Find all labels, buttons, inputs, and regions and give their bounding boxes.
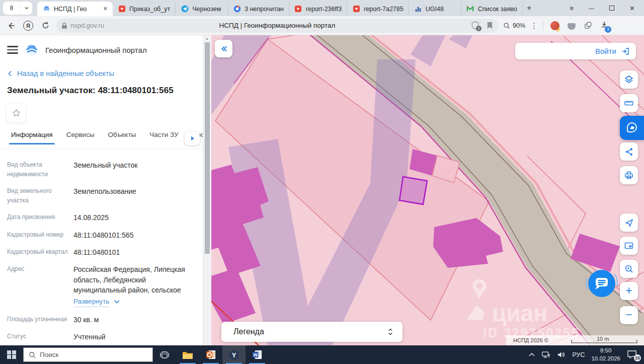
tab-parts[interactable]: Части ЗУ: [149, 131, 178, 144]
main-content: Геоинформационный портал Назад в найденн…: [0, 35, 644, 345]
bookmark-icon[interactable]: [487, 22, 493, 29]
tab-counter-button[interactable]: 8: [3, 2, 20, 15]
selected-parcel[interactable]: [399, 177, 427, 204]
tab-label: UGI48: [426, 6, 456, 13]
collapse-panel-button[interactable]: [215, 40, 232, 57]
layers-button[interactable]: [620, 70, 638, 89]
tray-expand-icon[interactable]: [529, 352, 535, 357]
yandex-browser-button[interactable]: Y: [222, 345, 246, 364]
back-to-results-link[interactable]: Назад в найденные объекты: [7, 69, 203, 78]
toolbar-divider: [543, 21, 543, 30]
minimap-button[interactable]: [620, 237, 638, 255]
extension-adguard-icon[interactable]: [550, 21, 559, 30]
star-icon: [12, 108, 21, 118]
tabs-dropdown-button[interactable]: [20, 2, 32, 15]
expand-address-link[interactable]: Развернуть: [73, 297, 110, 307]
browser-tab-mail[interactable]: 3 непрочитан: [228, 2, 289, 16]
portal-header: Геоинформационный портал: [0, 35, 203, 56]
reload-icon[interactable]: [39, 20, 51, 32]
zoom-control[interactable]: 90%: [503, 22, 525, 29]
map-canvas[interactable]: циан ID 329750255 НСПД 2026 © 10 m: [211, 35, 644, 345]
gmail-icon: [466, 5, 474, 13]
file-explorer-button[interactable]: [176, 345, 199, 364]
action-center-button[interactable]: 15: [627, 350, 639, 360]
field-row: Вид земельного участка Землепользование: [7, 186, 198, 205]
folder-icon: [182, 350, 193, 359]
browser-menu-icon[interactable]: ≡: [570, 5, 574, 12]
browser-tab-nspd[interactable]: НСПД | Гео ✕: [37, 2, 113, 16]
browser-tab-telegram[interactable]: Чернозем: [176, 2, 228, 16]
task-view-button[interactable]: [153, 345, 176, 364]
measure-button[interactable]: [620, 94, 638, 112]
tab-close-icon[interactable]: ✕: [102, 6, 108, 12]
app-title: Геоинформационный портал: [45, 46, 147, 54]
system-tray: РУС 8:50 10.02.2026 15: [529, 345, 644, 364]
extensions-row: 3: [550, 21, 608, 31]
search-icon: [29, 351, 36, 358]
more-menu-icon[interactable]: ⋮: [530, 21, 538, 30]
chart-icon: [414, 5, 422, 13]
panel-scrollbar[interactable]: ▲: [203, 35, 211, 345]
tab-objects[interactable]: Объекты: [108, 131, 136, 144]
address-bar[interactable]: nspd.gov.ru НСПД | Геоинформационный пор…: [56, 19, 498, 33]
zoom-in-button[interactable]: +: [620, 282, 638, 300]
browser-tab-pdf3[interactable]: report-7a2785: [347, 2, 409, 16]
minimize-icon[interactable]: —: [589, 5, 594, 11]
tab-information[interactable]: Информация: [11, 131, 53, 144]
nspd-assistant-button[interactable]: [620, 116, 644, 140]
window-controls: ≡ — ✕: [570, 0, 641, 16]
share-button[interactable]: [620, 142, 638, 161]
start-button[interactable]: [0, 345, 23, 364]
browser-tab-pdf1[interactable]: Приказ_об_ут: [113, 2, 176, 16]
plus-icon: +: [625, 285, 632, 298]
zoom-out-button[interactable]: −: [620, 306, 638, 324]
taskbar-search[interactable]: [23, 347, 153, 362]
chevron-down-icon[interactable]: [114, 300, 120, 304]
tab-services[interactable]: Сервисы: [66, 131, 95, 144]
search-on-map-button[interactable]: [620, 260, 638, 278]
extension-tabs-icon[interactable]: [584, 21, 592, 30]
search-input[interactable]: [40, 351, 130, 358]
task-view-icon: [159, 350, 170, 360]
office-app-button[interactable]: [199, 345, 222, 364]
protect-shield-icon[interactable]: 1: [471, 21, 479, 30]
restore-icon[interactable]: [609, 6, 614, 11]
chat-fab-button[interactable]: [584, 265, 620, 302]
browser-toolbar: Я nspd.gov.ru НСПД | Геоинформационный п…: [0, 16, 644, 35]
browser-tab-ugi[interactable]: UGI48: [409, 2, 461, 16]
scroll-up-arrow[interactable]: ▲: [205, 37, 209, 40]
extension-mask-icon[interactable]: [568, 23, 576, 30]
chevron-left-icon: [7, 70, 13, 77]
map-view[interactable]: циан ID 329750255 НСПД 2026 © 10 m Войти: [211, 35, 644, 345]
new-tab-button[interactable]: +: [523, 2, 536, 15]
network-icon[interactable]: [541, 351, 550, 358]
yandex-services-icon[interactable]: Я: [22, 20, 34, 32]
locate-button[interactable]: [620, 213, 638, 232]
search-location-icon: [624, 264, 634, 274]
close-icon[interactable]: ✕: [629, 5, 635, 12]
word-button[interactable]: W: [246, 345, 269, 364]
tabs-scroll-right-button[interactable]: [185, 132, 200, 145]
tab-label: report-236ff3: [306, 6, 342, 13]
geoportal-logo: [25, 43, 38, 56]
scrollbar-thumb[interactable]: [205, 42, 210, 254]
legend-toggle[interactable]: Легенда: [221, 322, 403, 342]
taskbar-clock[interactable]: 8:50 10.02.2026: [591, 347, 620, 362]
login-bar[interactable]: Войти: [515, 43, 636, 59]
print-button[interactable]: [620, 166, 638, 184]
browser-tab-pdf2[interactable]: report-236ff3: [289, 2, 347, 16]
expand-collapse-icon: [386, 327, 394, 336]
menu-burger-icon[interactable]: [7, 46, 18, 54]
double-chevron-left-icon: [219, 44, 228, 53]
browser-tab-gmail[interactable]: Список заяво: [461, 2, 523, 16]
attribution-text: НСПД 2026 ©: [513, 337, 548, 343]
field-row: Кадастровый номер 48:11:0480101:565: [7, 230, 198, 240]
language-indicator[interactable]: РУС: [572, 351, 585, 358]
back-icon[interactable]: [5, 20, 17, 32]
volume-icon[interactable]: [557, 351, 566, 358]
lock-icon: [61, 22, 67, 29]
downloads-icon[interactable]: 3: [600, 21, 608, 31]
page-title: НСПД | Геоинформационный портал: [56, 22, 498, 29]
mail-icon: [233, 5, 241, 13]
favorite-star-button[interactable]: [6, 103, 26, 123]
